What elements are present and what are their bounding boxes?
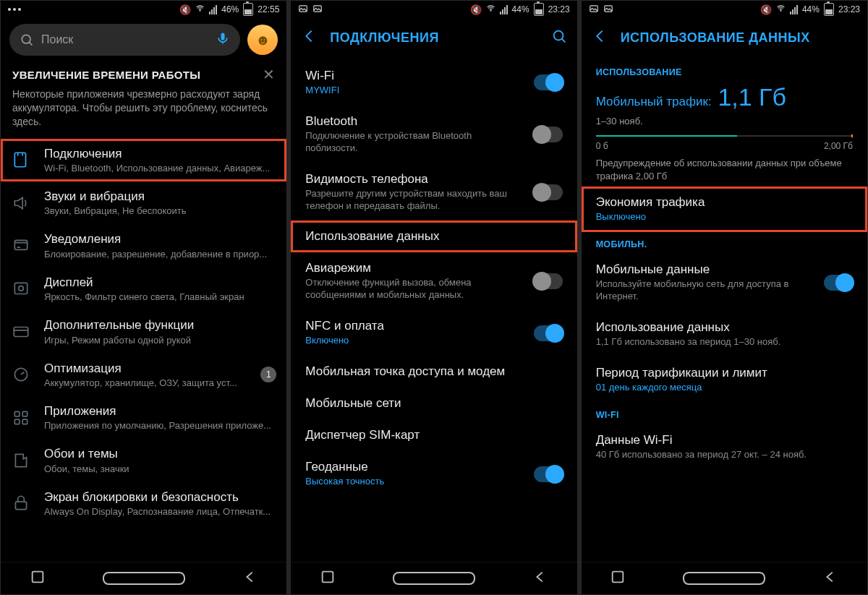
row-location[interactable]: ГеоданныеВысокая точность [291,451,576,497]
row-data-saver[interactable]: Экономия трафика Выключено [582,187,867,232]
row-sub: Игры, Режим работы одной рукой [44,335,276,346]
row-nfc[interactable]: NFC и оплатаВключено [291,310,576,356]
row-wifi-data[interactable]: Данные Wi-Fi 40 Гб использовано за перио… [582,424,867,470]
row-sub: Высокая точность [305,476,523,488]
back-button[interactable] [822,569,838,588]
svg-rect-11 [14,419,19,424]
usage-bar [596,135,853,137]
row-mobile-networks[interactable]: Мобильные сети [291,388,576,419]
usage-label: Мобильный трафик: [596,95,712,108]
usage-warning: Предупреждение об использовании данных п… [582,157,867,187]
row-advanced[interactable]: Дополнительные функции Игры, Режим работ… [1,310,286,353]
battery-percent: 46% [221,4,239,14]
row-sub: Разрешите другим устройствам находить ва… [305,188,523,213]
battery-icon [243,3,253,16]
notice-body: Некоторые приложения чрезмерно расходуют… [12,87,275,129]
svg-rect-12 [22,419,27,424]
row-lockscreen[interactable]: Экран блокировки и безопасность Always O… [1,482,286,525]
search-input[interactable]: Поиск [9,24,240,56]
back-button[interactable] [532,569,548,588]
visibility-toggle[interactable] [534,184,563,200]
lock-icon [11,493,31,513]
row-sub: Аккумулятор, хранилище, ОЗУ, защита уст.… [44,377,247,388]
screen-settings: 🔇 46% 22:55 Поиск ☻ [0,0,287,595]
row-apps[interactable]: Приложения Приложения по умолчанию, Разр… [1,396,286,439]
close-icon[interactable]: ✕ [263,66,275,83]
row-display[interactable]: Дисплей Яркость, Фильтр синего света, Гл… [1,267,286,310]
row-title: Wi-Fi [305,69,523,83]
row-sounds[interactable]: Звуки и вибрация Звуки, Вибрация, Не бес… [1,181,286,224]
home-button[interactable] [103,572,185,585]
row-title: Мобильная точка доступа и модем [305,364,562,379]
svg-rect-14 [32,572,43,583]
row-title: Оптимизация [44,361,247,376]
svg-point-6 [19,286,24,291]
row-wallpapers[interactable]: Обои и темы Обои, темы, значки [1,439,286,481]
row-hotspot[interactable]: Мобильная точка доступа и модем [291,356,576,388]
row-sub: Обои, темы, значки [44,463,276,474]
recents-button[interactable] [320,569,336,588]
row-data-usage[interactable]: Использование данных [291,221,576,252]
apps-icon [11,408,31,428]
status-bar: 🔇 44% 23:23 [291,1,576,18]
back-button[interactable] [242,569,258,588]
usage-summary[interactable]: Мобильный трафик: 1,1 Гб 1–30 нояб. 0 б … [582,82,867,157]
nav-bar [291,562,576,594]
row-sub: Выключено [596,211,853,223]
search-icon[interactable] [551,28,567,47]
row-title: Уведомления [44,232,276,247]
row-sim-manager[interactable]: Диспетчер SIM-карт [291,419,576,451]
nfc-toggle[interactable] [534,325,563,341]
mobile-data-toggle[interactable] [824,275,853,291]
mic-icon[interactable] [216,31,230,48]
row-billing-cycle[interactable]: Период тарификации и лимит 01 день каждо… [582,357,867,403]
row-mobile-usage[interactable]: Использование данных 1,1 Гб использовано… [582,312,867,357]
row-sub: MYWIFI [305,85,523,97]
row-title: Период тарификации и лимит [596,366,853,380]
notice-title: УВЕЛИЧЕНИЕ ВРЕМЕНИ РАБОТЫ [12,69,200,81]
usage-range: 1–30 нояб. [596,116,853,127]
row-title: Геоданные [305,460,523,474]
recents-button[interactable] [610,569,626,588]
advanced-icon [11,322,31,342]
wifi-toggle[interactable] [534,74,563,90]
svg-point-18 [553,31,563,40]
row-title: Экран блокировки и безопасность [44,490,276,505]
row-title: Подключения [44,147,276,161]
bluetooth-toggle[interactable] [534,127,563,142]
back-icon[interactable] [592,28,608,47]
profile-avatar[interactable]: ☻ [247,25,278,55]
row-bluetooth[interactable]: BluetoothПодключение к устройствам Bluet… [291,106,576,163]
usage-value: 1,1 Гб [718,83,786,111]
svg-rect-5 [14,283,27,294]
row-title: Данные Wi-Fi [596,433,853,448]
row-connections[interactable]: Подключения Wi-Fi, Bluetooth, Использова… [1,139,286,181]
home-button[interactable] [683,572,765,585]
battery-notice[interactable]: УВЕЛИЧЕНИЕ ВРЕМЕНИ РАБОТЫ ✕ Некоторые пр… [1,61,286,139]
screenshot-icon [298,4,308,16]
row-optimization[interactable]: Оптимизация Аккумулятор, хранилище, ОЗУ,… [1,354,286,396]
nav-bar [1,562,286,594]
row-mobile-data[interactable]: Мобильные данные Используйте мобильную с… [582,254,867,312]
row-title: Экономия трафика [596,195,853,210]
recents-button[interactable] [30,569,46,588]
row-title: Дополнительные функции [44,318,276,333]
row-airplane[interactable]: АвиарежимОтключение функций вызова, обме… [291,252,576,310]
usage-min: 0 б [596,141,608,151]
airplane-toggle[interactable] [534,273,563,289]
section-usage: ИСПОЛЬЗОВАНИЕ [582,60,867,82]
wifi-icon [195,4,205,15]
header-title: ПОДКЛЮЧЕНИЯ [330,30,439,46]
svg-point-17 [490,10,491,11]
row-sub: 1,1 Гб использовано за период 1–30 нояб. [596,336,853,348]
home-button[interactable] [393,572,475,585]
usage-max: 2,00 Гб [824,141,853,151]
row-visibility[interactable]: Видимость телефонаРазрешите другим устро… [291,163,576,221]
row-wifi[interactable]: Wi-FiMYWIFI [291,60,576,106]
location-toggle[interactable] [534,466,563,482]
back-icon[interactable] [301,28,317,47]
screenshot-icon [589,4,599,16]
row-notifications[interactable]: Уведомления Блокирование, разрешение, до… [1,224,286,267]
row-title: Приложения [44,404,276,419]
svg-rect-19 [323,572,333,583]
